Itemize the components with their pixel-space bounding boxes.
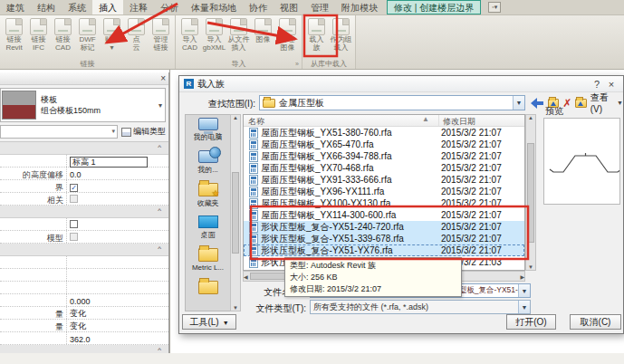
- tools-button[interactable]: 工具(L)▼: [182, 314, 236, 330]
- ribbon-button[interactable]: 导入CAD: [178, 15, 202, 59]
- file-row[interactable]: 屋面压型钢板_YX100-YX130.rfa2015/3/2 21:07: [244, 197, 524, 209]
- column-header-name[interactable]: 名称 ▲: [244, 115, 439, 126]
- file-row[interactable]: 屋面压型钢板_YX114-300-600.rfa2015/3/2 21:07: [244, 209, 524, 221]
- ribbon-button[interactable]: 链接CAD: [51, 15, 75, 59]
- ribbon-tab[interactable]: 体量和场地: [185, 0, 243, 14]
- chevron-down-icon[interactable]: ▼: [518, 284, 530, 297]
- ribbon-tab[interactable]: 协作: [243, 0, 274, 14]
- property-value[interactable]: [67, 193, 168, 205]
- ribbon-tab[interactable]: 建筑: [0, 0, 31, 14]
- property-value[interactable]: [67, 274, 168, 276]
- open-button[interactable]: 打开(O): [506, 314, 556, 330]
- file-row[interactable]: 屋面压型钢板_YX96-YX111.rfa2015/3/2 21:07: [244, 186, 524, 197]
- file-row[interactable]: 屋面压型钢板_YX51-380-760.rfa2015/3/2 21:07: [244, 127, 524, 139]
- file-row[interactable]: 形状压型板_复合-YX51-240-720.rfa2015/3/2 21:07: [244, 221, 524, 233]
- property-value[interactable]: 变化: [67, 319, 168, 332]
- ribbon-button[interactable]: 从文件插入: [226, 15, 251, 59]
- property-value[interactable]: [67, 218, 168, 230]
- close-icon[interactable]: ×: [160, 73, 166, 83]
- delete-button[interactable]: ✗: [562, 98, 571, 109]
- file-date: 2015/3/2 21:07: [441, 151, 524, 161]
- type-selector[interactable]: 楼板 组合楼板150mm ▾: [0, 88, 166, 122]
- file-row[interactable]: 屋面压型钢板_YX70-468.rfa2015/3/2 21:07: [244, 162, 524, 174]
- collapse-chevron-icon[interactable]: ^: [158, 206, 161, 215]
- ribbon-options-button[interactable]: ▫▾: [488, 2, 501, 13]
- ribbon-tab[interactable]: 系统: [62, 0, 92, 14]
- file-row[interactable]: 形状压型板_复合-YX51-339-678.rfa2015/3/2 21:07: [244, 233, 524, 244]
- ribbon-button[interactable]: 管理图像: [275, 15, 300, 59]
- ribbon-contextual-tab[interactable]: 修改 | 创建楼层边界: [387, 0, 481, 14]
- checkbox[interactable]: [70, 233, 78, 241]
- ribbon-button[interactable]: 链接Revit: [2, 15, 26, 59]
- property-value[interactable]: [67, 231, 168, 243]
- level-input[interactable]: 标高 1: [70, 157, 148, 168]
- collapse-chevron-icon[interactable]: ^: [158, 244, 161, 253]
- places-item[interactable]: 我的...: [186, 148, 230, 180]
- property-value[interactable]: 362.0: [67, 333, 168, 344]
- ribbon-button[interactable]: 载入族: [304, 15, 329, 59]
- file-row[interactable]: 屋面压型钢板_YX91-333-666.rfa2015/3/2 21:07: [244, 174, 524, 186]
- collapse-chevron-icon[interactable]: ^: [158, 143, 161, 151]
- file-row[interactable]: 形状压型板_复合-YX51-YX76.rfa2015/3/2 21:07: [244, 244, 524, 256]
- ribbon-button[interactable]: 作为组载入: [329, 15, 353, 59]
- scroll-right-icon[interactable]: ▶: [520, 273, 524, 280]
- new-folder-button[interactable]: [575, 99, 586, 108]
- ribbon-tab[interactable]: 分析: [154, 0, 185, 14]
- checkbox[interactable]: [70, 195, 78, 203]
- checkbox[interactable]: ✓: [70, 184, 78, 192]
- scroll-up-icon[interactable]: ▲: [528, 115, 533, 120]
- column-header-date[interactable]: 修改日期: [439, 115, 524, 126]
- chevron-down-icon[interactable]: ▾: [158, 101, 162, 110]
- ribbon-button[interactable]: DWF标记: [75, 15, 100, 59]
- places-item[interactable]: 桌面: [186, 213, 230, 245]
- property-value[interactable]: ✓: [67, 181, 168, 192]
- scroll-up-icon[interactable]: ▲: [233, 115, 238, 120]
- close-icon[interactable]: ×: [604, 79, 619, 90]
- places-scrollbar[interactable]: ▲ ▼: [230, 114, 241, 311]
- edit-type-button[interactable]: 编辑类型: [121, 126, 166, 138]
- ribbon-tab[interactable]: 注释: [123, 0, 154, 14]
- scroll-left-icon[interactable]: ◀: [244, 273, 248, 280]
- property-value[interactable]: [67, 287, 168, 289]
- file-row[interactable]: 屋面压型钢板_YX65-470.rfa2015/3/2 21:07: [244, 139, 524, 150]
- view-menu-button[interactable]: 查看(V) ▼: [590, 91, 623, 114]
- scrollbar-thumb[interactable]: [232, 172, 239, 254]
- chevron-down-icon[interactable]: ▼: [518, 301, 530, 313]
- ribbon-tab[interactable]: 视图: [274, 0, 304, 14]
- file-row[interactable]: 屋面压型钢板_YX66-394-788.rfa2015/3/2 21:07: [244, 150, 524, 162]
- checkbox[interactable]: [70, 220, 78, 228]
- help-icon[interactable]: ?: [590, 79, 604, 90]
- ribbon-button[interactable]: 管理链接: [149, 15, 173, 59]
- ribbon-tab[interactable]: 插入: [92, 0, 123, 14]
- ribbon-tab[interactable]: 附加模块: [335, 0, 384, 14]
- edit-type-row: ▾ 编辑类型: [0, 124, 166, 139]
- collapse-chevron-icon[interactable]: ^: [158, 346, 161, 353]
- ribbon-button[interactable]: 图像: [251, 15, 275, 59]
- ribbon-tab[interactable]: 管理: [304, 0, 335, 14]
- file-list-scrollbar[interactable]: ▲ ▼: [525, 114, 536, 271]
- ribbon-button[interactable]: 链接IFC: [26, 15, 51, 59]
- places-item[interactable]: Metric L...: [186, 245, 230, 278]
- look-in-combo[interactable]: 金属压型板 ▼: [259, 95, 525, 110]
- back-arrow-icon: [531, 98, 544, 109]
- scrollbar-thumb[interactable]: [527, 143, 534, 243]
- ribbon-button[interactable]: 导入gbXML: [202, 15, 226, 59]
- property-value[interactable]: 0.0: [67, 168, 168, 179]
- file-type-combo[interactable]: 所有受支持的文件 (*.rfa, *.adsk) ▼: [310, 300, 531, 314]
- property-value[interactable]: 变化: [67, 306, 168, 320]
- scroll-down-icon[interactable]: ▼: [528, 264, 533, 270]
- places-item[interactable]: 我的电脑: [186, 115, 230, 148]
- element-filter-combo[interactable]: ▾: [0, 125, 118, 139]
- chevron-down-icon[interactable]: ▼: [513, 96, 524, 110]
- property-value[interactable]: 0.000: [67, 295, 168, 306]
- ribbon-button-icon: [54, 18, 72, 35]
- group-expander-icon[interactable]: »: [295, 59, 299, 69]
- cancel-button[interactable]: 取消(C): [570, 314, 621, 330]
- back-button[interactable]: [531, 98, 544, 109]
- ribbon-button[interactable]: 贴花▾: [100, 15, 124, 59]
- ribbon-tab[interactable]: 结构: [31, 0, 62, 14]
- places-item[interactable]: 收藏夹: [186, 180, 230, 213]
- property-value[interactable]: 标高 1: [67, 155, 168, 168]
- ribbon-button[interactable]: 点云: [124, 15, 149, 59]
- property-value[interactable]: [67, 262, 168, 263]
